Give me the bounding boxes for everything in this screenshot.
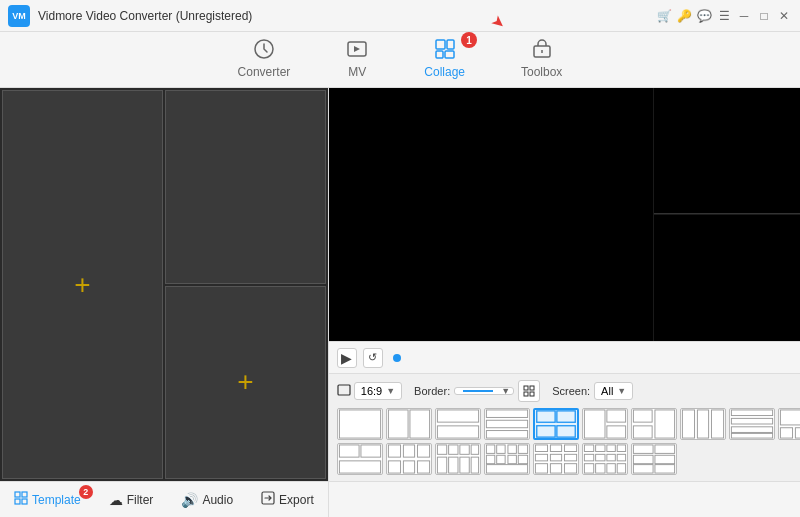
border-label: Border: xyxy=(414,385,450,397)
audio-tab-label: Audio xyxy=(202,493,233,507)
svg-rect-85 xyxy=(486,465,527,473)
screen-select[interactable]: All ▼ xyxy=(594,382,633,400)
svg-rect-2 xyxy=(436,40,445,49)
svg-rect-109 xyxy=(633,455,653,463)
collage-cell-1[interactable]: + xyxy=(2,90,163,479)
svg-rect-92 xyxy=(535,464,547,473)
svg-rect-104 xyxy=(595,464,604,473)
svg-rect-75 xyxy=(460,457,469,473)
svg-rect-110 xyxy=(655,455,675,463)
time-display: 00:00:00.000/00:00:01:00 xyxy=(411,352,800,364)
template-thumb-7[interactable] xyxy=(631,408,677,440)
template-thumb-r2-1[interactable] xyxy=(337,443,383,475)
template-thumb-r2-6[interactable] xyxy=(582,443,628,475)
toolbox-label: Toolbox xyxy=(521,65,562,79)
svg-rect-28 xyxy=(537,411,555,422)
svg-rect-68 xyxy=(417,461,429,473)
svg-rect-47 xyxy=(795,428,800,438)
main-content: + + Template 2 ↓ ☁ Filter xyxy=(0,88,800,517)
template-thumb-6[interactable] xyxy=(582,408,628,440)
svg-rect-33 xyxy=(607,410,626,422)
tab-converter[interactable]: Converter xyxy=(230,34,299,83)
close-button[interactable]: ✕ xyxy=(776,8,792,24)
ratio-select[interactable]: 16:9 ▼ xyxy=(354,382,402,400)
svg-rect-30 xyxy=(537,426,555,437)
preview-controls: ▶ ↺ 00:00:00.000/00:00:01:00 🔊 xyxy=(329,341,800,373)
svg-rect-25 xyxy=(486,410,527,418)
key-icon[interactable]: 🔑 xyxy=(676,8,692,24)
toolbar-tab-audio[interactable]: 🔊 Audio xyxy=(175,488,239,512)
svg-rect-108 xyxy=(655,445,675,453)
loop-button[interactable]: ↺ xyxy=(363,348,383,368)
svg-rect-72 xyxy=(471,445,479,454)
template-thumb-r2-4[interactable] xyxy=(484,443,530,475)
template-thumb-r2-2[interactable] xyxy=(386,443,432,475)
template-thumb-8[interactable] xyxy=(680,408,726,440)
svg-rect-93 xyxy=(550,464,561,473)
svg-rect-40 xyxy=(711,410,723,438)
svg-rect-31 xyxy=(557,426,575,437)
template-thumb-r2-7[interactable] xyxy=(631,443,677,475)
minimize-button[interactable]: ─ xyxy=(736,8,752,24)
filter-tab-label: Filter xyxy=(127,493,154,507)
app-logo: VM xyxy=(8,5,30,27)
svg-rect-78 xyxy=(496,445,504,453)
tab-toolbox[interactable]: Toolbox xyxy=(513,34,570,83)
svg-rect-15 xyxy=(530,386,534,390)
add-media-icon-1: + xyxy=(74,269,90,301)
collage-cell-3[interactable]: + xyxy=(165,286,326,480)
svg-rect-16 xyxy=(524,392,528,396)
export-tab-label: Export xyxy=(279,493,314,507)
tab-mv[interactable]: MV xyxy=(338,34,376,83)
cart-icon[interactable]: 🛒 xyxy=(656,8,672,24)
border-line-select[interactable]: ▼ xyxy=(454,387,514,395)
toolbar-tab-export[interactable]: Export xyxy=(255,487,320,512)
toolbar-tab-filter[interactable]: ☁ Filter xyxy=(103,488,160,512)
preview-cell-1 xyxy=(329,88,654,341)
svg-rect-88 xyxy=(564,445,576,452)
title-bar: VM Vidmore Video Converter (Unregistered… xyxy=(0,0,800,32)
template-thumb-1[interactable] xyxy=(337,408,383,440)
svg-rect-99 xyxy=(584,454,593,461)
preview-cell-2 xyxy=(654,88,800,214)
collage-badge: 1 xyxy=(461,32,477,48)
template-tab-label: Template xyxy=(32,493,81,507)
tab-collage[interactable]: Collage 1 ➤ xyxy=(416,34,473,83)
svg-rect-84 xyxy=(518,455,527,463)
template-thumb-10[interactable] xyxy=(778,408,800,440)
template-thumb-5[interactable] xyxy=(533,408,579,440)
svg-rect-44 xyxy=(731,433,772,438)
svg-rect-20 xyxy=(339,410,380,438)
svg-rect-66 xyxy=(388,461,400,473)
bottom-toolbar: Template 2 ↓ ☁ Filter 🔊 Audio Export xyxy=(0,481,328,517)
border-line-preview xyxy=(463,390,493,392)
template-thumb-r2-3[interactable] xyxy=(435,443,481,475)
template-thumb-9[interactable] xyxy=(729,408,775,440)
progress-indicator xyxy=(393,354,401,362)
svg-rect-22 xyxy=(410,410,430,438)
play-button[interactable]: ▶ xyxy=(337,348,357,368)
svg-rect-77 xyxy=(486,445,494,453)
chat-icon[interactable]: 💬 xyxy=(696,8,712,24)
svg-rect-71 xyxy=(460,445,469,454)
template-thumb-r2-5[interactable] xyxy=(533,443,579,475)
collage-cell-2[interactable] xyxy=(165,90,326,284)
svg-rect-61 xyxy=(361,445,381,457)
maximize-button[interactable]: □ xyxy=(756,8,772,24)
menu-icon[interactable]: ☰ xyxy=(716,8,732,24)
template-thumb-2[interactable] xyxy=(386,408,432,440)
template-thumb-4[interactable] xyxy=(484,408,530,440)
svg-rect-60 xyxy=(339,445,359,457)
screen-chevron: ▼ xyxy=(617,386,626,396)
template-thumb-3[interactable] xyxy=(435,408,481,440)
svg-rect-89 xyxy=(535,454,547,461)
grid-settings-button[interactable] xyxy=(518,380,540,402)
toolbar-tab-template[interactable]: Template 2 ↓ xyxy=(8,487,87,512)
svg-rect-106 xyxy=(617,464,625,473)
svg-rect-80 xyxy=(518,445,527,453)
svg-rect-35 xyxy=(633,410,652,422)
mv-label: MV xyxy=(348,65,366,79)
svg-rect-27 xyxy=(486,431,527,439)
svg-rect-79 xyxy=(508,445,516,453)
svg-rect-29 xyxy=(557,411,575,422)
